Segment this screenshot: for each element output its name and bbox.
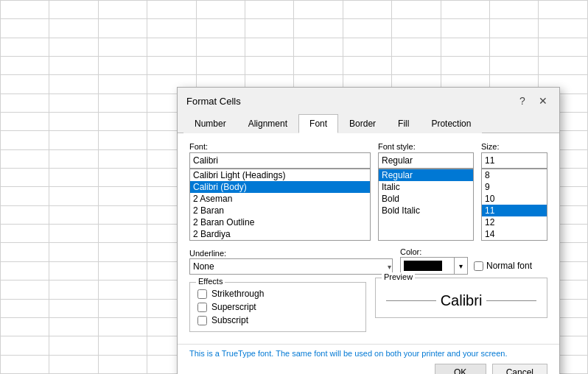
preview-font-text: Calibri bbox=[441, 292, 483, 309]
dialog-body: Font: Calibri Light (Headings) Calibri (… bbox=[178, 133, 559, 344]
style-input[interactable] bbox=[378, 152, 474, 169]
style-item-3[interactable]: Bold Italic bbox=[379, 205, 473, 216]
effects-legend: Effects bbox=[196, 277, 225, 286]
footer-note: This is a TrueType font. The same font w… bbox=[189, 349, 547, 358]
color-label: Color: bbox=[400, 247, 421, 256]
tab-alignment[interactable]: Alignment bbox=[237, 114, 298, 133]
underline-label: Underline: bbox=[189, 249, 226, 258]
strikethrough-checkbox[interactable] bbox=[197, 289, 207, 299]
tab-font[interactable]: Font bbox=[298, 114, 338, 133]
tab-bar: Number Alignment Font Border Fill Protec… bbox=[178, 114, 559, 133]
color-dropdown-button[interactable]: ▾ bbox=[454, 258, 467, 274]
tab-number[interactable]: Number bbox=[183, 114, 237, 133]
cancel-button[interactable]: Cancel bbox=[492, 364, 547, 374]
strikethrough-label: Strikethrough bbox=[211, 289, 264, 299]
size-item-1[interactable]: 9 bbox=[482, 181, 547, 193]
style-item-1[interactable]: Italic bbox=[379, 181, 473, 193]
underline-color-row: Underline: None Single Double Single Acc… bbox=[189, 247, 547, 275]
font-input[interactable] bbox=[189, 152, 371, 169]
strikethrough-row: Strikethrough bbox=[197, 289, 358, 299]
bottom-row: Effects Strikethrough Superscript Subscr… bbox=[189, 278, 547, 338]
color-column: Color: ▾ Normal font bbox=[400, 247, 547, 275]
effects-column: Effects Strikethrough Superscript Subscr… bbox=[189, 278, 366, 338]
font-listbox[interactable]: Calibri Light (Headings) Calibri (Body) … bbox=[189, 169, 371, 241]
size-item-0[interactable]: 8 bbox=[482, 169, 547, 181]
font-item-4[interactable]: 2 Baran Outline bbox=[190, 216, 370, 228]
font-item-2[interactable]: 2 Aseman bbox=[190, 193, 370, 205]
font-item-3[interactable]: 2 Baran bbox=[190, 205, 370, 216]
font-label: Font: bbox=[189, 142, 371, 151]
superscript-row: Superscript bbox=[197, 302, 358, 312]
dialog-footer: This is a TrueType font. The same font w… bbox=[178, 344, 559, 374]
size-input[interactable] bbox=[481, 152, 547, 169]
dialog-help-button[interactable]: ? bbox=[515, 94, 530, 108]
preview-section: Preview Calibri bbox=[375, 278, 547, 318]
preview-line-left bbox=[386, 300, 436, 301]
color-swatch-button[interactable] bbox=[401, 258, 454, 274]
size-item-5[interactable]: 14 bbox=[482, 228, 547, 240]
dialog-title: Format Cells bbox=[186, 96, 241, 107]
effects-section: Effects Strikethrough Superscript Subscr… bbox=[189, 282, 366, 332]
size-item-3[interactable]: 11 bbox=[482, 205, 547, 216]
size-item-4[interactable]: 12 bbox=[482, 216, 547, 228]
dialog-close-button[interactable]: ✕ bbox=[536, 94, 550, 108]
preview-area: Calibri bbox=[382, 287, 541, 314]
font-item-5[interactable]: 2 Bardiya bbox=[190, 228, 370, 240]
underline-select[interactable]: None Single Double Single Accounting Dou… bbox=[189, 258, 393, 275]
size-listbox[interactable]: 8 9 10 11 12 14 bbox=[481, 169, 547, 241]
superscript-checkbox[interactable] bbox=[197, 303, 207, 312]
footer-buttons: OK Cancel bbox=[189, 364, 547, 374]
dialog-titlebar: Format Cells ? ✕ bbox=[178, 88, 559, 114]
preview-label: Preview bbox=[382, 272, 415, 281]
font-column: Font: Calibri Light (Headings) Calibri (… bbox=[189, 142, 371, 241]
style-column: Font style: Regular Italic Bold Bold Ita… bbox=[378, 142, 474, 241]
preview-column: Preview Calibri bbox=[375, 278, 547, 338]
subscript-checkbox[interactable] bbox=[197, 316, 207, 325]
dialog-controls: ? ✕ bbox=[515, 94, 550, 108]
ok-button[interactable]: OK bbox=[435, 364, 486, 374]
tab-border[interactable]: Border bbox=[338, 114, 387, 133]
color-swatch bbox=[404, 261, 442, 271]
normal-font-label[interactable]: Normal font bbox=[474, 261, 532, 271]
size-column: Size: 8 9 10 11 12 14 bbox=[481, 142, 547, 241]
style-label: Font style: bbox=[378, 142, 474, 151]
font-item-0[interactable]: Calibri Light (Headings) bbox=[190, 169, 370, 181]
subscript-row: Subscript bbox=[197, 315, 358, 325]
style-item-2[interactable]: Bold bbox=[379, 193, 473, 205]
tab-fill[interactable]: Fill bbox=[387, 114, 420, 133]
tab-protection[interactable]: Protection bbox=[420, 114, 482, 133]
style-listbox[interactable]: Regular Italic Bold Bold Italic bbox=[378, 169, 474, 241]
font-item-1[interactable]: Calibri (Body) bbox=[190, 181, 370, 193]
superscript-label: Superscript bbox=[211, 302, 256, 312]
normal-font-text: Normal font bbox=[486, 261, 532, 271]
top-fields-row: Font: Calibri Light (Headings) Calibri (… bbox=[189, 142, 547, 241]
subscript-label: Subscript bbox=[211, 315, 248, 325]
underline-select-wrap: None Single Double Single Accounting Dou… bbox=[189, 258, 393, 275]
color-row-inner: ▾ Normal font bbox=[400, 257, 547, 275]
size-item-2[interactable]: 10 bbox=[482, 193, 547, 205]
preview-line-right bbox=[486, 300, 536, 301]
normal-font-checkbox[interactable] bbox=[474, 261, 483, 271]
underline-column: Underline: None Single Double Single Acc… bbox=[189, 248, 393, 275]
size-label: Size: bbox=[481, 142, 547, 151]
format-cells-dialog: Format Cells ? ✕ Number Alignment Font B… bbox=[177, 87, 560, 374]
style-item-0[interactable]: Regular bbox=[379, 169, 473, 181]
